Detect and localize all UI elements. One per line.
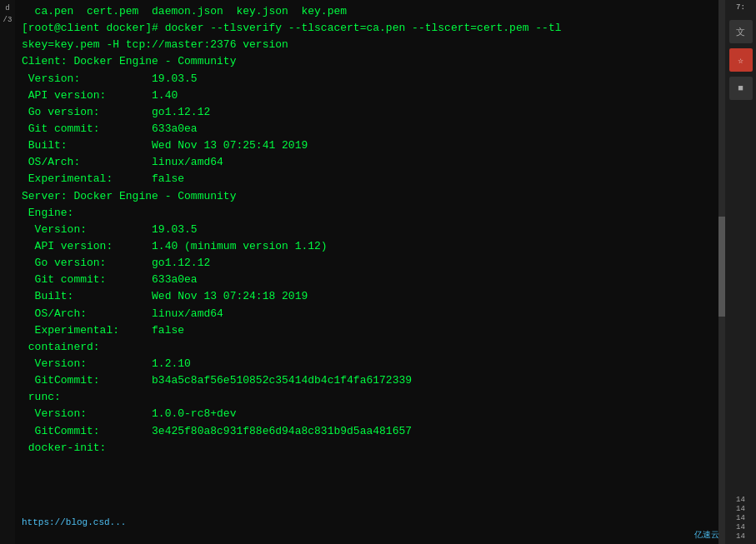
terminal-line-l18: Git commit: 633a0ea	[22, 272, 718, 288]
terminal-line-l25: runc:	[22, 389, 718, 406]
terminal-line-l7: Go version: go1.12.12	[22, 104, 718, 121]
right-num-5: 14	[736, 532, 745, 541]
scrollbar-thumb[interactable]	[718, 217, 725, 317]
left-item-2: /3	[3, 15, 13, 26]
terminal-line-l28: docker-init:	[22, 440, 718, 457]
right-panel: 7: 文 ☆ ■ 14 14 14 14 14	[725, 0, 756, 544]
terminal-line-l17: Go version: go1.12.12	[22, 255, 718, 272]
terminal-content: ca.pen cert.pem daemon.json key.json key…	[22, 3, 718, 457]
terminal-line-l3: skey=key.pem -H tcp://master:2376 versio…	[22, 37, 718, 53]
terminal-line-l13: Server: Docker Engine - Community	[22, 188, 718, 205]
terminal-line-l26: Version: 1.0.0-rc8+dev	[22, 406, 718, 422]
right-icon-square[interactable]: ■	[729, 77, 753, 100]
terminal-line-l22: containerd:	[22, 339, 718, 356]
terminal-line-l9: Built: Wed Nov 13 07:25:41 2019	[22, 137, 718, 154]
right-num-2: 14	[736, 505, 745, 513]
terminal-line-l19: Built: Wed Nov 13 07:24:18 2019	[22, 288, 718, 305]
right-num-1: 14	[736, 496, 745, 504]
terminal-line-l23: Version: 1.2.10	[22, 356, 718, 372]
terminal-line-l8: Git commit: 633a0ea	[22, 121, 718, 137]
terminal-line-l2: [root@client docker]# docker --tlsverify…	[22, 20, 718, 37]
terminal-line-l6: API version: 1.40	[22, 87, 718, 104]
right-icon-wen[interactable]: 文	[729, 20, 753, 43]
left-item-1: d	[5, 3, 9, 14]
right-num-3: 14	[736, 514, 745, 522]
terminal-line-l14: Engine:	[22, 205, 718, 222]
terminal-line-l11: Experimental: false	[22, 171, 718, 187]
terminal-line-l5: Version: 19.03.5	[22, 71, 718, 87]
terminal-line-l1: ca.pen cert.pem daemon.json key.json key…	[22, 3, 718, 20]
left-strip: d /3	[0, 0, 15, 544]
terminal-line-l10: OS/Arch: linux/amd64	[22, 154, 718, 171]
terminal: ca.pen cert.pem daemon.json key.json key…	[15, 0, 725, 544]
right-icon-star[interactable]: ☆	[729, 48, 753, 72]
terminal-line-l21: Experimental: false	[22, 322, 718, 339]
terminal-line-l27: GitCommit: 3e425f80a8c931f88e6d94a8c831b…	[22, 423, 718, 440]
scrollbar[interactable]	[718, 0, 725, 544]
right-num-4: 14	[736, 523, 745, 532]
logo-bar: 亿速云	[694, 529, 719, 541]
terminal-line-l20: OS/Arch: linux/amd64	[22, 306, 718, 322]
terminal-line-l16: API version: 1.40 (minimum version 1.12)	[22, 238, 718, 255]
terminal-line-l4: Client: Docker Engine - Community	[22, 53, 718, 70]
terminal-line-l24: GitCommit: b34a5c8af56e510852c35414db4c1…	[22, 372, 718, 389]
terminal-line-l15: Version: 19.03.5	[22, 222, 718, 238]
url-bar: https://blog.csd...	[22, 517, 126, 527]
